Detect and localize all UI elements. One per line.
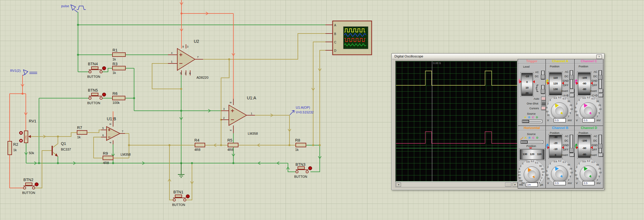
unit-mv: mV: [597, 182, 601, 185]
u1a-value: LM358: [248, 132, 258, 135]
knob-scale-label: 2: [547, 166, 549, 169]
resistors[interactable]: [8, 53, 306, 160]
resistor-r9: [103, 156, 113, 160]
voltage-probe[interactable]: [290, 110, 294, 115]
trigger-edge-switch[interactable]: [541, 85, 545, 94]
btn5-ref: BTN5: [88, 88, 98, 92]
unit-v: V: [547, 182, 549, 185]
position-marker: [547, 82, 550, 85]
channel-b-invert-button[interactable]: [570, 153, 574, 157]
opamp-u1b[interactable]: [106, 127, 120, 140]
cursors-button[interactable]: [541, 106, 546, 110]
position-label: Position: [550, 65, 559, 68]
push-buttons[interactable]: [23, 67, 312, 201]
trigger-level-slider[interactable]: -10 0 10 20: [521, 73, 533, 96]
opamp-u2[interactable]: [177, 48, 195, 70]
knob-scale-label: 20: [547, 114, 550, 116]
timebase-knob[interactable]: ms µs 1m 0.50.20.11251020501002005020105…: [518, 160, 546, 189]
knob-scale-label: 0.1: [535, 161, 538, 164]
channel-d-gain-knob[interactable]: V mV 0.5 0.50.20.1125102050201052: [575, 160, 604, 188]
source-a[interactable]: A: [524, 116, 526, 119]
transistor-q1[interactable]: [52, 146, 58, 157]
channel-d-coupling-switch[interactable]: [598, 135, 602, 153]
rv1-value: 50k: [29, 151, 34, 155]
channel-c-invert-button[interactable]: [598, 89, 603, 93]
tick: -90: [578, 82, 590, 85]
knob-scale-label: 20: [598, 104, 601, 107]
opamp-u1a[interactable]: [229, 105, 247, 125]
trigger-coupling-switch[interactable]: [541, 71, 545, 80]
knob-scale-label: 0.5: [537, 181, 540, 184]
knob-scale-label: 1: [550, 99, 551, 101]
channel-b-gain-knob[interactable]: V mV 0.5 0.50.20.1125102050201052: [546, 160, 575, 188]
trigger-edge-icon: [520, 136, 524, 140]
scope-module[interactable]: A B C D: [333, 21, 372, 55]
horizontal-position-slider[interactable]: 130 120 110: [520, 149, 544, 160]
potentiometer-rv1[interactable]: 19%: [19, 131, 31, 143]
tick: 110: [536, 153, 543, 156]
channel-d-position-slider[interactable]: -100 -90 -80: [578, 135, 591, 158]
wire-arrows-tan: [43, 69, 321, 184]
channel-a-position-slider[interactable]: 110 120 130: [549, 72, 562, 95]
tick: 120: [529, 153, 536, 156]
r7-ref: R7: [77, 125, 82, 130]
q1-ref: Q1: [61, 141, 66, 146]
tick: -10: [522, 75, 532, 78]
channel-b-position-slider[interactable]: -30 -20 -10 0: [549, 135, 562, 158]
dc-label: DC: [593, 139, 597, 142]
r4-value: 4R8: [194, 148, 200, 151]
one-shot-button[interactable]: [541, 101, 546, 105]
channel-d-invert-button[interactable]: [598, 153, 603, 157]
auto-button[interactable]: [541, 97, 546, 101]
trigger-source-slider[interactable]: [522, 120, 542, 123]
knob-scale-label: 0.1: [592, 97, 595, 100]
resistor-r3: [112, 66, 125, 70]
channel-a-section: Channel A Position 110 120 130 AC DC GND…: [546, 59, 575, 126]
knob-scale-label: 5: [546, 106, 547, 109]
btn2-ref: BTN2: [23, 177, 33, 182]
u2-ref: U2: [194, 39, 199, 44]
channel-c-coupling-switch[interactable]: [598, 70, 602, 89]
horizontal-position-label: Position: [526, 145, 536, 148]
horizontal-source-slider[interactable]: [520, 140, 543, 144]
gnd-label: GND: [563, 144, 569, 147]
knob-scale-label: 0.5: [583, 160, 586, 163]
scrollbar-thumb[interactable]: [505, 183, 511, 187]
window-titlebar[interactable]: Digital Oscilloscope: [392, 54, 604, 59]
gnd-label: GND: [592, 144, 598, 147]
source-b[interactable]: B: [528, 116, 530, 119]
knob-scale-label: 0.5: [554, 97, 557, 99]
knob-scale-label: 5: [598, 175, 600, 178]
channel-a-gain-knob[interactable]: V mV 0.5 0.50.20.1125102050201052: [546, 97, 575, 125]
channel-a-coupling-switch[interactable]: [570, 70, 573, 89]
channel-c-gain-knob[interactable]: V mV 0.5 0.50.20.1125102050201052: [575, 97, 604, 125]
knob-scale-label: 0.5: [554, 160, 557, 163]
dc-label: DC: [565, 139, 568, 142]
rising-edge-icon: [535, 84, 539, 88]
knob-scale-label: 0.1: [563, 97, 566, 100]
horizontal-scrollbar[interactable]: ◄ ►: [395, 182, 518, 187]
ac-label: AC: [594, 135, 598, 138]
close-icon[interactable]: x: [596, 54, 602, 59]
channel-c-position-slider[interactable]: -100 -90 -80: [578, 72, 591, 95]
scroll-right-icon[interactable]: ►: [513, 183, 518, 187]
cursors-label: Cursors: [529, 107, 539, 110]
source-c[interactable]: C: [532, 136, 535, 139]
unit-v: V: [576, 182, 578, 185]
pulse-generator[interactable]: [71, 5, 86, 12]
source-b[interactable]: B: [529, 136, 531, 139]
rv1-probe[interactable]: [23, 70, 37, 75]
source-d[interactable]: D: [536, 116, 538, 119]
r3-ref: R3: [112, 62, 118, 66]
knob-scale-label: 5: [575, 106, 576, 109]
source-a[interactable]: A: [525, 136, 527, 139]
source-c[interactable]: C: [532, 116, 534, 119]
knob-scale-label: 50: [596, 100, 599, 103]
channel-a-invert-button[interactable]: [570, 89, 574, 93]
source-d[interactable]: D: [536, 136, 538, 139]
scroll-left-icon[interactable]: ◄: [396, 183, 401, 187]
channel-b-coupling-switch[interactable]: [570, 135, 573, 153]
knob-scale-label: 10: [599, 108, 601, 110]
knob-scale-label: 2: [568, 178, 569, 181]
ac-label: AC: [565, 135, 569, 138]
